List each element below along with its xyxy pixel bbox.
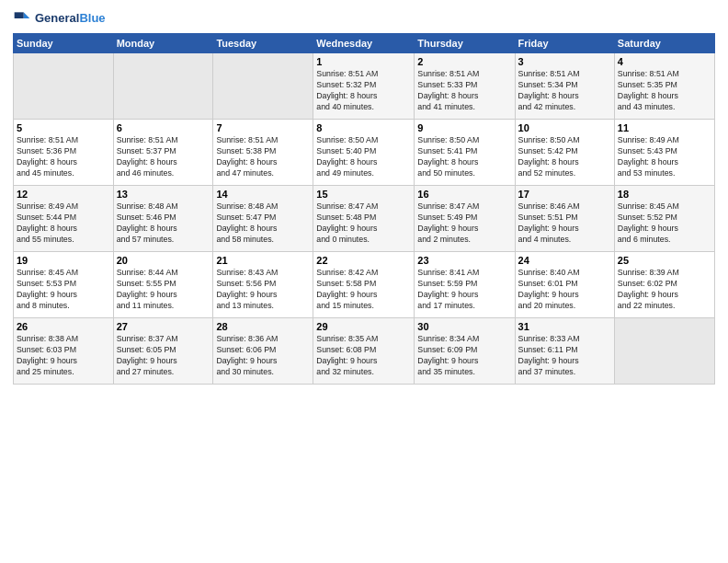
calendar-cell: 16Sunrise: 8:47 AM Sunset: 5:49 PM Dayli… (415, 186, 515, 252)
page: GeneralBlue SundayMondayTuesdayWednesday… (0, 0, 728, 563)
day-number: 20 (117, 255, 210, 266)
day-number: 16 (417, 189, 511, 200)
svg-rect-2 (15, 12, 24, 18)
day-number: 27 (117, 321, 210, 332)
day-info: Sunrise: 8:50 AM Sunset: 5:42 PM Dayligh… (518, 135, 611, 179)
day-info: Sunrise: 8:36 AM Sunset: 6:06 PM Dayligh… (216, 334, 310, 378)
calendar-cell: 7Sunrise: 8:51 AM Sunset: 5:38 PM Daylig… (213, 120, 313, 186)
day-info: Sunrise: 8:51 AM Sunset: 5:36 PM Dayligh… (17, 135, 110, 179)
calendar-table: SundayMondayTuesdayWednesdayThursdayFrid… (13, 33, 715, 385)
day-info: Sunrise: 8:40 AM Sunset: 6:01 PM Dayligh… (518, 268, 611, 312)
day-number: 13 (117, 189, 210, 200)
day-info: Sunrise: 8:50 AM Sunset: 5:41 PM Dayligh… (417, 135, 511, 179)
day-number: 12 (17, 189, 110, 200)
weekday-header-wednesday: Wednesday (313, 34, 415, 53)
day-info: Sunrise: 8:38 AM Sunset: 6:03 PM Dayligh… (17, 334, 110, 378)
calendar-cell: 28Sunrise: 8:36 AM Sunset: 6:06 PM Dayli… (213, 318, 313, 385)
svg-marker-1 (24, 12, 30, 18)
calendar-cell (614, 318, 714, 385)
weekday-header-row: SundayMondayTuesdayWednesdayThursdayFrid… (14, 34, 715, 53)
weekday-header-tuesday: Tuesday (213, 34, 313, 53)
day-info: Sunrise: 8:51 AM Sunset: 5:37 PM Dayligh… (117, 135, 210, 179)
calendar-cell: 27Sunrise: 8:37 AM Sunset: 6:05 PM Dayli… (113, 318, 213, 385)
calendar-cell: 20Sunrise: 8:44 AM Sunset: 5:55 PM Dayli… (113, 252, 213, 318)
calendar-week-1: 1Sunrise: 8:51 AM Sunset: 5:32 PM Daylig… (14, 53, 715, 120)
calendar-cell (213, 53, 313, 120)
day-number: 9 (417, 122, 511, 133)
day-number: 11 (618, 122, 711, 133)
day-number: 29 (316, 321, 411, 332)
calendar-week-3: 12Sunrise: 8:49 AM Sunset: 5:44 PM Dayli… (14, 186, 715, 252)
calendar-cell: 29Sunrise: 8:35 AM Sunset: 6:08 PM Dayli… (313, 318, 415, 385)
calendar-cell: 30Sunrise: 8:34 AM Sunset: 6:09 PM Dayli… (415, 318, 515, 385)
day-number: 10 (518, 122, 611, 133)
calendar-cell: 18Sunrise: 8:45 AM Sunset: 5:52 PM Dayli… (614, 186, 714, 252)
calendar-cell: 8Sunrise: 8:50 AM Sunset: 5:40 PM Daylig… (313, 120, 415, 186)
day-info: Sunrise: 8:50 AM Sunset: 5:40 PM Dayligh… (316, 135, 411, 179)
day-number: 18 (618, 189, 711, 200)
weekday-header-monday: Monday (113, 34, 213, 53)
header: GeneralBlue (13, 9, 715, 28)
day-number: 28 (216, 321, 310, 332)
logo-text: GeneralBlue (35, 11, 106, 26)
calendar-cell: 12Sunrise: 8:49 AM Sunset: 5:44 PM Dayli… (14, 186, 114, 252)
day-number: 14 (216, 189, 310, 200)
day-info: Sunrise: 8:37 AM Sunset: 6:05 PM Dayligh… (117, 334, 210, 378)
calendar-cell: 13Sunrise: 8:48 AM Sunset: 5:46 PM Dayli… (113, 186, 213, 252)
logo: GeneralBlue (13, 9, 106, 28)
day-info: Sunrise: 8:45 AM Sunset: 5:52 PM Dayligh… (618, 201, 711, 246)
day-number: 30 (417, 321, 511, 332)
day-number: 3 (518, 56, 611, 67)
calendar-week-2: 5Sunrise: 8:51 AM Sunset: 5:36 PM Daylig… (14, 120, 715, 186)
day-info: Sunrise: 8:49 AM Sunset: 5:43 PM Dayligh… (618, 135, 711, 179)
day-info: Sunrise: 8:47 AM Sunset: 5:48 PM Dayligh… (316, 201, 411, 246)
day-number: 26 (17, 321, 110, 332)
day-info: Sunrise: 8:39 AM Sunset: 6:02 PM Dayligh… (618, 268, 711, 312)
day-number: 7 (216, 122, 310, 133)
day-number: 15 (316, 189, 411, 200)
calendar-cell: 3Sunrise: 8:51 AM Sunset: 5:34 PM Daylig… (515, 53, 614, 120)
calendar-cell: 17Sunrise: 8:46 AM Sunset: 5:51 PM Dayli… (515, 186, 614, 252)
day-info: Sunrise: 8:51 AM Sunset: 5:32 PM Dayligh… (316, 69, 411, 113)
weekday-header-friday: Friday (515, 34, 614, 53)
day-number: 22 (316, 255, 411, 266)
calendar-cell: 21Sunrise: 8:43 AM Sunset: 5:56 PM Dayli… (213, 252, 313, 318)
day-info: Sunrise: 8:47 AM Sunset: 5:49 PM Dayligh… (417, 201, 511, 246)
day-number: 31 (518, 321, 611, 332)
weekday-header-sunday: Sunday (14, 34, 114, 53)
day-number: 5 (17, 122, 110, 133)
day-number: 1 (316, 56, 411, 67)
day-number: 8 (316, 122, 411, 133)
calendar-cell: 2Sunrise: 8:51 AM Sunset: 5:33 PM Daylig… (415, 53, 515, 120)
logo-icon (13, 9, 31, 28)
calendar-cell (14, 53, 114, 120)
calendar-cell: 9Sunrise: 8:50 AM Sunset: 5:41 PM Daylig… (415, 120, 515, 186)
calendar-cell: 22Sunrise: 8:42 AM Sunset: 5:58 PM Dayli… (313, 252, 415, 318)
day-number: 2 (417, 56, 511, 67)
day-info: Sunrise: 8:33 AM Sunset: 6:11 PM Dayligh… (518, 334, 611, 378)
weekday-header-thursday: Thursday (415, 34, 515, 53)
day-number: 17 (518, 189, 611, 200)
calendar-cell: 5Sunrise: 8:51 AM Sunset: 5:36 PM Daylig… (14, 120, 114, 186)
calendar-cell: 15Sunrise: 8:47 AM Sunset: 5:48 PM Dayli… (313, 186, 415, 252)
calendar-cell: 10Sunrise: 8:50 AM Sunset: 5:42 PM Dayli… (515, 120, 614, 186)
day-number: 21 (216, 255, 310, 266)
day-info: Sunrise: 8:51 AM Sunset: 5:34 PM Dayligh… (518, 69, 611, 113)
weekday-header-saturday: Saturday (614, 34, 714, 53)
day-info: Sunrise: 8:34 AM Sunset: 6:09 PM Dayligh… (417, 334, 511, 378)
calendar-cell: 6Sunrise: 8:51 AM Sunset: 5:37 PM Daylig… (113, 120, 213, 186)
day-number: 19 (17, 255, 110, 266)
day-info: Sunrise: 8:49 AM Sunset: 5:44 PM Dayligh… (17, 201, 110, 246)
calendar-cell: 14Sunrise: 8:48 AM Sunset: 5:47 PM Dayli… (213, 186, 313, 252)
day-number: 23 (417, 255, 511, 266)
day-info: Sunrise: 8:51 AM Sunset: 5:35 PM Dayligh… (618, 69, 711, 113)
day-info: Sunrise: 8:42 AM Sunset: 5:58 PM Dayligh… (316, 268, 411, 312)
day-info: Sunrise: 8:44 AM Sunset: 5:55 PM Dayligh… (117, 268, 210, 312)
calendar-week-4: 19Sunrise: 8:45 AM Sunset: 5:53 PM Dayli… (14, 252, 715, 318)
day-info: Sunrise: 8:45 AM Sunset: 5:53 PM Dayligh… (17, 268, 110, 312)
day-number: 6 (117, 122, 210, 133)
calendar-week-5: 26Sunrise: 8:38 AM Sunset: 6:03 PM Dayli… (14, 318, 715, 385)
calendar-cell: 11Sunrise: 8:49 AM Sunset: 5:43 PM Dayli… (614, 120, 714, 186)
calendar-cell: 25Sunrise: 8:39 AM Sunset: 6:02 PM Dayli… (614, 252, 714, 318)
calendar-cell: 24Sunrise: 8:40 AM Sunset: 6:01 PM Dayli… (515, 252, 614, 318)
